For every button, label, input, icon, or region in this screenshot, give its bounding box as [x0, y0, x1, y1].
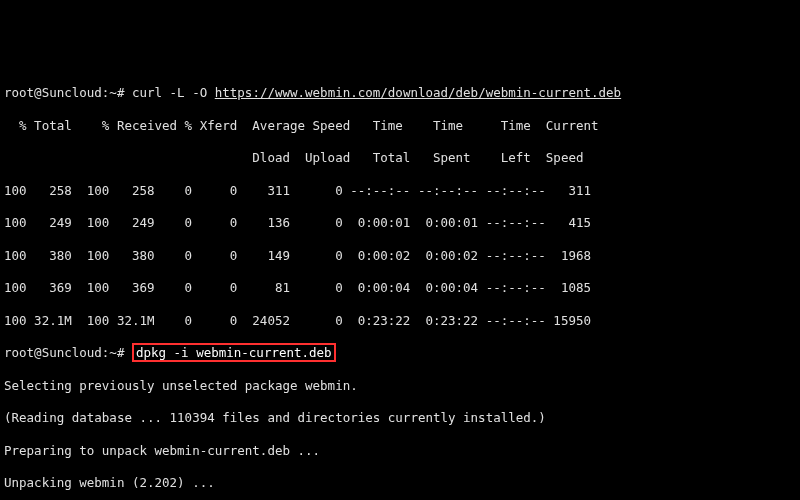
curl-row-1: 100 249 100 249 0 0 136 0 0:00:01 0:00:0… — [4, 215, 796, 231]
prompt-line-dpkg: root@Suncloud:~# dpkg -i webmin-current.… — [4, 345, 796, 361]
prompt-line-curl: root@Suncloud:~# curl -L -O https://www.… — [4, 85, 796, 101]
dpkg-cmd-highlighted: dpkg -i webmin-current.deb — [132, 343, 336, 362]
curl-cmd: curl -L -O — [132, 85, 215, 100]
dpkg-out-0: Selecting previously unselected package … — [4, 378, 796, 394]
terminal-output[interactable]: root@Suncloud:~# curl -L -O https://www.… — [4, 69, 796, 500]
curl-header2: Dload Upload Total Spent Left Speed — [4, 150, 796, 166]
curl-header: % Total % Received % Xferd Average Speed… — [4, 118, 796, 134]
curl-row-0: 100 258 100 258 0 0 311 0 --:--:-- --:--… — [4, 183, 796, 199]
curl-row-4: 100 32.1M 100 32.1M 0 0 24052 0 0:23:22 … — [4, 313, 796, 329]
curl-url: https://www.webmin.com/download/deb/webm… — [215, 85, 621, 100]
curl-row-2: 100 380 100 380 0 0 149 0 0:00:02 0:00:0… — [4, 248, 796, 264]
shell-prompt: root@Suncloud:~# — [4, 85, 124, 100]
dpkg-out-3: Unpacking webmin (2.202) ... — [4, 475, 796, 491]
curl-row-3: 100 369 100 369 0 0 81 0 0:00:04 0:00:04… — [4, 280, 796, 296]
shell-prompt: root@Suncloud:~# — [4, 345, 124, 360]
dpkg-out-1: (Reading database ... 110394 files and d… — [4, 410, 796, 426]
dpkg-out-2: Preparing to unpack webmin-current.deb .… — [4, 443, 796, 459]
